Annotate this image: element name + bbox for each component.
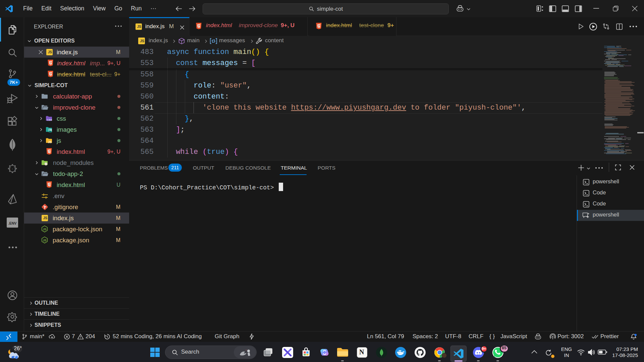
- svg-text:CSS: CSS: [47, 118, 52, 121]
- svg-text:JS: JS: [48, 140, 52, 143]
- svg-text:JS: JS: [43, 239, 47, 242]
- svg-text:JS: JS: [43, 228, 47, 231]
- svg-text:{·}: {·}: [9, 167, 16, 172]
